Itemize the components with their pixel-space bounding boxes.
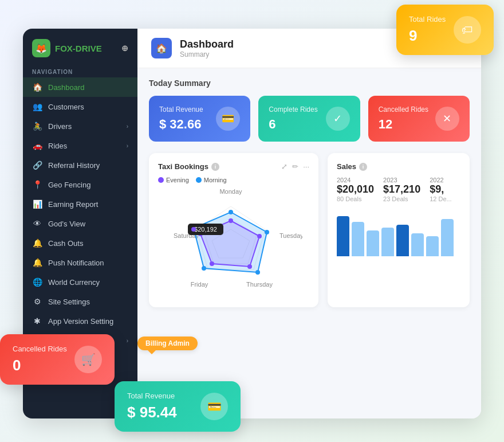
stat-card-revenue: Total Revenue $ 32.66 💳 [149,96,250,142]
total-rides-label: Total Rides [409,15,446,24]
nav-label-dashboard: Dashboard [48,83,85,92]
revenue-info: Total Revenue $ 95.44 [127,392,177,421]
sales-card: Sales i 2024 $20,010 80 Deals 2023 $17,2… [328,153,470,307]
total-rides-value: 9 [409,27,446,45]
nav-label-geo-fencing: Geo Fencing [48,181,90,189]
chevron-drivers: › [127,123,128,130]
stat-value-complete: 6 [269,117,317,132]
stat-icon-revenue: 💳 [216,107,240,131]
taxi-legend: Evening Morning [158,177,309,183]
svg-text:Tuesday: Tuesday [279,232,302,239]
nav-icon-drivers: 🚴 [32,122,42,131]
stat-value-revenue: $ 32.66 [159,117,203,132]
nav-icon-earning-report: 📊 [32,200,42,209]
cancelled-label: Cancelled Rides [13,345,67,353]
stat-value-cancelled: 12 [379,117,428,132]
float-cancelled: Cancelled Rides 0 🛒 [0,334,115,385]
sales-chart-title: Sales i [337,162,367,171]
svg-point-18 [210,261,214,266]
sidebar-item-push-notification[interactable]: 🔔 Push Notification [23,253,137,272]
nav-label-push-notification: Push Notification [48,259,104,267]
sidebar-item-referral-history[interactable]: 🔗 Referral History [23,155,137,175]
taxi-chart-actions[interactable]: ⤢ ✏ ··· [281,162,309,171]
legend-evening: Evening [158,177,189,183]
sales-chart-header: Sales i [337,162,460,171]
sidebar-item-app-version[interactable]: ✱ App Version Setting [23,311,137,331]
stat-icon-cancelled: ✕ [435,107,459,131]
sidebar-item-earning-report[interactable]: 📊 Earning Report [23,194,137,214]
main-content: 🏠 Dashboard Summary Today Summary Total … [137,29,481,418]
sales-info-icon: i [359,163,367,171]
logo-icon: 🦊 [32,39,50,57]
sidebar-item-drivers[interactable]: 🚴 Drivers › [23,116,137,136]
float-revenue: Total Revenue $ 95.44 💳 [115,381,241,432]
more-icon[interactable]: ··· [303,162,309,171]
float-total-rides: Total Rides 9 🏷 [396,5,494,55]
legend-morning-dot [196,177,202,183]
logo-text: FOX-DRIVE [55,44,102,53]
nav-label-site-settings: Site Settings [48,298,90,306]
edit-icon[interactable]: ✏ [292,162,298,171]
total-rides-icon: 🏷 [454,16,481,44]
bar-1 [352,222,364,256]
nav-icon-app-version: ✱ [32,316,42,326]
sales-year-2024: 2024 $20,010 80 Deals [337,177,374,202]
nav-icon-rides: 🚗 [32,141,42,150]
svg-point-10 [229,210,233,214]
sidebar-item-dashboard[interactable]: 🏠 Dashboard [23,77,137,97]
bar-5 [411,233,424,256]
total-rides-info: Total Rides 9 [409,15,446,45]
nav-icon-referral-history: 🔗 [32,161,42,170]
nav-label-gods-view: God's View [48,220,85,228]
svg-point-17 [247,264,252,269]
chevron-service-settings: › [127,338,128,344]
nav-icon-gods-view: 👁 [32,219,42,228]
stat-card-cancelled-info: Cancelled Rides 12 [379,105,428,132]
sidebar-item-cash-outs[interactable]: 🔔 Cash Outs [23,233,137,253]
revenue-icon: 💳 [200,393,228,420]
svg-text:$20,192: $20,192 [194,226,217,233]
page-subtitle: Summary [180,50,234,58]
cancelled-value: 0 [13,357,67,374]
sidebar-item-site-settings[interactable]: ⚙ Site Settings [23,292,137,311]
taxi-bookings-card: Taxi Bookings i ⤢ ✏ ··· Evening [149,153,318,307]
svg-text:Thursday: Thursday [246,281,273,288]
content-body: Today Summary Total Revenue $ 32.66 💳 Co… [137,68,481,318]
charts-row: Taxi Bookings i ⤢ ✏ ··· Evening [149,153,470,307]
nav-icon-dashboard: 🏠 [32,83,42,92]
taxi-info-icon: i [211,163,219,171]
sales-year-2023: 2023 $17,210 23 Deals [383,177,420,202]
taxi-chart-title: Taxi Bookings i [158,162,219,171]
header-text: Dashboard Summary [180,38,234,58]
bar-4 [396,225,409,256]
nav-label-cash-outs: Cash Outs [48,239,83,248]
chevron-rides: › [127,143,128,149]
svg-point-22 [191,227,196,232]
svg-text:Friday: Friday [191,281,208,288]
stat-card-cancelled: Cancelled Rides 12 ✕ [368,96,470,142]
bar-3 [381,228,394,256]
expand-icon[interactable]: ⤢ [281,162,288,171]
nav-label-world-currency: World Currency [48,278,100,287]
nav-label-rides: Rides [48,142,67,150]
stat-label-cancelled: Cancelled Rides [379,105,428,114]
stat-card-complete-info: Complete Rides 6 [269,105,317,132]
sidebar-item-rides[interactable]: 🚗 Rides › [23,136,137,155]
nav-label-drivers: Drivers [48,122,72,131]
sidebar-item-geo-fencing[interactable]: 📍 Geo Fencing [23,175,137,194]
nav-icon-site-settings: ⚙ [32,297,42,306]
sidebar-item-customers[interactable]: 👥 Customers [23,97,137,116]
nav-label-referral-history: Referral History [48,161,100,170]
nav-icon-push-notification: 🔔 [32,258,42,267]
cancelled-icon: 🛒 [74,346,102,373]
stat-icon-complete: ✓ [326,107,350,131]
stat-card-revenue-info: Total Revenue $ 32.66 [159,105,203,132]
bar-6 [426,236,439,256]
bar-2 [367,230,379,256]
sidebar-toggle[interactable]: ⊕ [121,44,128,53]
sidebar-item-world-currency[interactable]: 🌐 World Currency [23,272,137,292]
svg-point-11 [265,230,269,234]
stat-label-revenue: Total Revenue [159,105,203,114]
nav-icon-geo-fencing: 📍 [32,180,42,189]
sidebar-item-gods-view[interactable]: 👁 God's View [23,214,137,233]
